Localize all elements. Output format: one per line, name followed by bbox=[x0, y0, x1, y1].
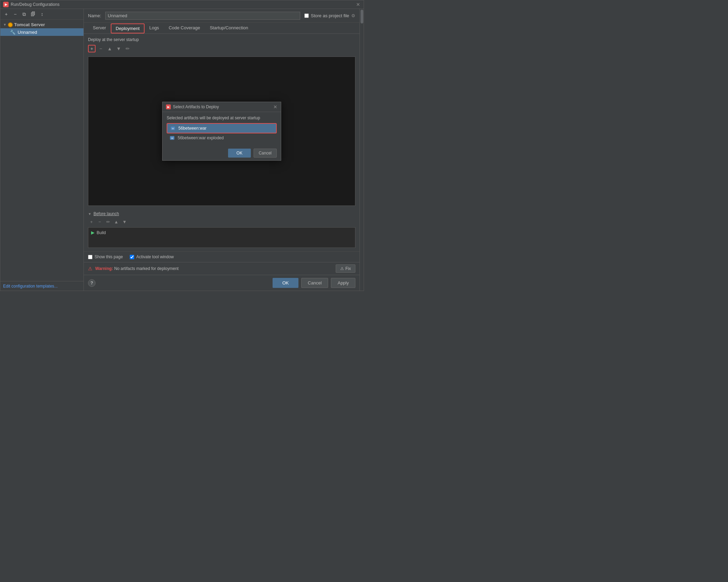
tab-startup-connection[interactable]: Startup/Connection bbox=[205, 23, 253, 33]
store-label: Store as project file bbox=[311, 13, 349, 18]
modal-title-bar: ▶ Select Artifacts to Deploy ✕ bbox=[163, 102, 281, 112]
artifact-war-exploded-icon: W bbox=[169, 135, 175, 141]
before-launch-toolbar: + − ✏ ▲ ▼ bbox=[88, 218, 355, 225]
artifact-war-label: 56between:war bbox=[178, 126, 206, 131]
unnamed-config-item[interactable]: 🔧 Unnamed bbox=[0, 28, 83, 36]
modal-buttons: OK Cancel bbox=[163, 146, 281, 160]
build-label: Build bbox=[97, 230, 106, 235]
before-launch-header: ▼ Before launch bbox=[88, 211, 355, 216]
modal-cancel-button[interactable]: Cancel bbox=[254, 149, 277, 158]
sidebar-toolbar: + − ⧉ 🗐 ↕ bbox=[0, 9, 83, 20]
fix-icon: ⚠ bbox=[340, 266, 344, 271]
server-group-label: Tomcat Server bbox=[14, 22, 45, 27]
show-page-checkbox[interactable] bbox=[88, 255, 92, 259]
chevron-down-icon: ▼ bbox=[3, 23, 7, 27]
modal-close-button[interactable]: ✕ bbox=[273, 104, 277, 110]
app-icon: ▶ bbox=[3, 2, 9, 7]
bl-move-down-button[interactable]: ▼ bbox=[121, 218, 128, 225]
modal-title-left: ▶ Select Artifacts to Deploy bbox=[166, 104, 219, 109]
deploy-list-area: Nothing to deploy ▶ Select Artifacts to … bbox=[88, 57, 355, 206]
scrollbar-thumb[interactable] bbox=[361, 10, 363, 23]
show-page-checkbox-row: Show this page bbox=[88, 254, 123, 259]
gear-icon[interactable]: ⚙ bbox=[351, 13, 355, 18]
fix-label: Fix bbox=[345, 266, 351, 271]
deploy-move-up-button[interactable]: ▲ bbox=[106, 45, 114, 52]
bottom-checkboxes: Show this page Activate tool window bbox=[84, 251, 360, 262]
bl-add-button[interactable]: + bbox=[88, 218, 95, 225]
copy-config-button[interactable]: ⧉ bbox=[20, 10, 28, 18]
run-debug-dialog: ▶ Run/Debug Configurations ✕ + − ⧉ 🗐 ↕ ▼… bbox=[0, 0, 364, 291]
deploy-move-down-button[interactable]: ▼ bbox=[115, 45, 122, 52]
deploy-toolbar: + − ▲ ▼ ✏ bbox=[88, 45, 355, 52]
tab-server[interactable]: Server bbox=[88, 23, 111, 33]
svg-text:W: W bbox=[171, 137, 173, 139]
modal-app-icon: ▶ bbox=[166, 104, 171, 109]
tab-code-coverage[interactable]: Code Coverage bbox=[164, 23, 205, 33]
apply-button[interactable]: Apply bbox=[331, 278, 355, 288]
main-content: + − ⧉ 🗐 ↕ ▼ Tomcat Server 🔧 Unnamed bbox=[0, 9, 364, 291]
bl-remove-button[interactable]: − bbox=[96, 218, 103, 225]
modal-description: Selected artifacts will be deployed at s… bbox=[167, 116, 277, 120]
fix-button[interactable]: ⚠ Fix bbox=[336, 264, 355, 273]
move-config-button[interactable]: 🗐 bbox=[29, 10, 37, 18]
artifact-war-icon: W bbox=[170, 126, 176, 131]
tab-deployment[interactable]: Deployment bbox=[111, 23, 144, 33]
config-item-label: Unnamed bbox=[18, 30, 37, 35]
warning-icon: ⚠ bbox=[88, 266, 92, 271]
sort-config-button[interactable]: ↕ bbox=[38, 10, 46, 18]
show-page-label: Show this page bbox=[95, 254, 123, 259]
select-artifacts-dialog: ▶ Select Artifacts to Deploy ✕ Selected … bbox=[162, 102, 281, 161]
config-tree: ▼ Tomcat Server 🔧 Unnamed bbox=[0, 20, 83, 281]
store-checkbox-area: Store as project file ⚙ bbox=[304, 13, 355, 18]
store-project-checkbox[interactable] bbox=[304, 13, 309, 18]
ok-button[interactable]: OK bbox=[273, 278, 298, 288]
activate-tool-checkbox[interactable] bbox=[130, 255, 134, 259]
warning-message: No artifacts marked for deployment bbox=[114, 266, 179, 271]
help-button[interactable]: ? bbox=[88, 279, 96, 287]
footer-buttons: OK Cancel Apply bbox=[273, 278, 355, 288]
dialog-footer: ? OK Cancel Apply bbox=[84, 275, 360, 291]
artifact-item-war-exploded[interactable]: W 56between:war exploded bbox=[167, 133, 277, 142]
title-bar: ▶ Run/Debug Configurations ✕ bbox=[0, 0, 364, 9]
title-bar-left: ▶ Run/Debug Configurations bbox=[3, 2, 59, 7]
warning-prefix: Warning: bbox=[95, 266, 113, 271]
dialog-title: Run/Debug Configurations bbox=[11, 2, 59, 7]
name-label: Name: bbox=[88, 13, 101, 18]
config-item-icon: 🔧 bbox=[10, 29, 16, 35]
tomcat-server-group[interactable]: ▼ Tomcat Server bbox=[0, 21, 83, 28]
before-launch-label: Before launch bbox=[94, 211, 119, 216]
name-input[interactable] bbox=[105, 12, 300, 20]
before-launch-list: ▶ Build bbox=[88, 227, 355, 248]
artifact-item-war[interactable]: W 56between:war bbox=[167, 123, 277, 133]
svg-text:W: W bbox=[172, 128, 174, 130]
deploy-section-label: Deploy at the server startup bbox=[88, 37, 355, 42]
warning-bar: ⚠ Warning: No artifacts marked for deplo… bbox=[84, 262, 360, 275]
bl-edit-button[interactable]: ✏ bbox=[105, 218, 111, 225]
modal-ok-button[interactable]: OK bbox=[228, 149, 250, 158]
collapse-icon[interactable]: ▼ bbox=[88, 212, 91, 216]
remove-config-button[interactable]: − bbox=[11, 10, 19, 18]
artifact-war-exploded-label: 56between:war exploded bbox=[178, 136, 224, 140]
deploy-remove-button[interactable]: − bbox=[97, 45, 105, 52]
config-body: Deploy at the server startup + − ▲ ▼ ✏ N… bbox=[84, 34, 360, 251]
deploy-edit-button[interactable]: ✏ bbox=[124, 45, 131, 52]
build-icon: ▶ bbox=[91, 230, 95, 235]
modal-title-text: Select Artifacts to Deploy bbox=[173, 104, 219, 109]
cancel-button[interactable]: Cancel bbox=[301, 278, 328, 288]
before-launch-section: ▼ Before launch + − ✏ ▲ ▼ ▶ Build bbox=[88, 211, 355, 248]
sidebar: + − ⧉ 🗐 ↕ ▼ Tomcat Server 🔧 Unnamed bbox=[0, 9, 84, 291]
deploy-add-button[interactable]: + bbox=[88, 45, 96, 52]
modal-body: Selected artifacts will be deployed at s… bbox=[163, 112, 281, 146]
tomcat-icon bbox=[8, 22, 13, 27]
close-button[interactable]: ✕ bbox=[356, 2, 361, 7]
warning-text: Warning: No artifacts marked for deploym… bbox=[95, 266, 333, 271]
scrollbar-area bbox=[360, 9, 364, 291]
add-config-button[interactable]: + bbox=[2, 10, 10, 18]
tabs-bar: Server Deployment Logs Code Coverage Sta… bbox=[84, 23, 360, 34]
sidebar-bottom: Edit configuration templates... bbox=[0, 281, 83, 291]
activate-tool-checkbox-row: Activate tool window bbox=[130, 254, 174, 259]
name-row: Name: Store as project file ⚙ bbox=[84, 9, 360, 23]
bl-move-up-button[interactable]: ▲ bbox=[113, 218, 120, 225]
tab-logs[interactable]: Logs bbox=[145, 23, 164, 33]
edit-templates-link[interactable]: Edit configuration templates... bbox=[3, 284, 58, 289]
